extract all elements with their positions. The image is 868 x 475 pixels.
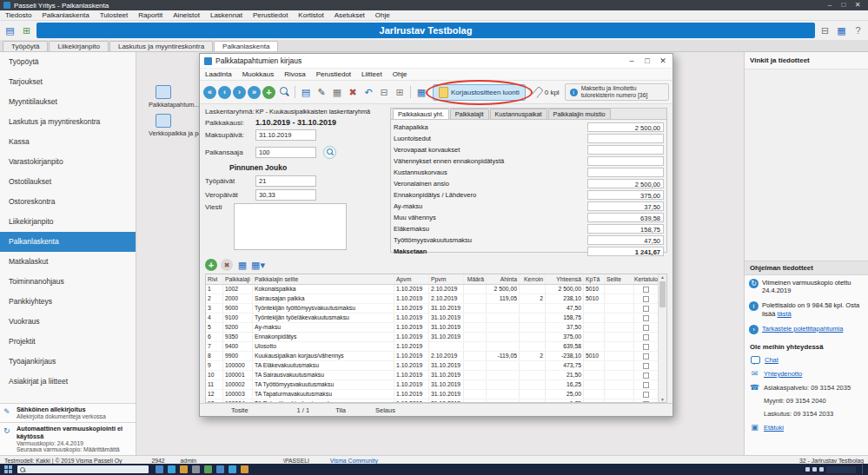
nav-last-icon[interactable]: » (248, 86, 261, 99)
kertatulo-checkbox[interactable] (643, 287, 649, 293)
backup-panel[interactable]: ↻ Automaattinen varmuuskopiointi ei käyt… (0, 422, 136, 455)
menubar-item[interactable]: Tulosteet (95, 10, 134, 20)
dialog-minimize-button[interactable]: – (624, 54, 639, 68)
table-row[interactable]: 49100Työntekijän työeläkevakuutusmaksu1.… (206, 313, 659, 323)
save-icon[interactable]: ▦ (330, 85, 344, 99)
taskbar-app-icon[interactable] (168, 465, 176, 473)
dialog-menu-item[interactable]: Rivosa (279, 69, 310, 79)
dialog-maximize-button[interactable]: □ (639, 54, 655, 68)
taskbar-app-icon[interactable] (192, 465, 200, 473)
tray-icon[interactable] (805, 467, 810, 472)
kertatulo-checkbox[interactable] (643, 363, 649, 369)
employee-search-icon[interactable] (323, 146, 336, 159)
table-row[interactable]: 69350Ennakonpidätys1.10.201931.10.201937… (206, 333, 659, 342)
table-row[interactable]: 89900Kuukausipalkan korjaus/vähennys1.10… (206, 352, 659, 361)
notice-link[interactable]: tästä (778, 310, 792, 318)
sidebar-item[interactable]: Toiminnanohjaus (0, 272, 136, 292)
kertatulo-checkbox[interactable] (643, 373, 649, 379)
table-row[interactable]: 39000Työntekijän työttömyysvakuutusmaksu… (206, 304, 659, 313)
kertatulo-checkbox[interactable] (643, 296, 649, 302)
print-preview-icon[interactable]: ⊞ (393, 85, 407, 99)
system-tray[interactable] (805, 466, 856, 473)
main-tab[interactable]: Liikekirjanpito (49, 41, 108, 51)
kertatulo-checkbox[interactable] (643, 325, 649, 331)
delete-row-icon[interactable]: ✖ (221, 259, 233, 271)
taskbar-search-input[interactable] (17, 465, 149, 473)
copy-doc-icon[interactable]: ▤ (299, 85, 313, 99)
sidebar-item[interactable]: Tarjoukset (0, 72, 136, 92)
table-scrollbar[interactable]: ▲ ▼ (658, 274, 666, 402)
print-icon[interactable]: ⊟ (377, 85, 391, 99)
sidebar-item[interactable]: Työpöytä (0, 52, 136, 72)
main-tab[interactable]: Työpöytä (3, 41, 48, 51)
menubar-item[interactable]: Raportit (133, 10, 168, 20)
kertatulo-checkbox[interactable] (643, 382, 649, 388)
sidebar-item[interactable]: Vuokraus (0, 312, 136, 332)
kertatulo-checkbox[interactable] (643, 334, 649, 340)
sidebar-item[interactable]: Palkanlaskenta (0, 232, 136, 252)
table-row[interactable]: 10100001TA Sairausvakuutusmaksu1.10.2019… (206, 371, 659, 380)
esign-panel[interactable]: ✎ Sähköinen allekirjoitus Allekirjoita d… (0, 403, 136, 422)
dialog-menu-item[interactable]: Laadinta (200, 69, 237, 79)
chat-link[interactable]: Chat (765, 356, 779, 364)
grid-view-icon[interactable]: ▦ (236, 259, 248, 271)
sidebar-item[interactable]: Myyntitilaukset (0, 92, 136, 112)
sidebar-item[interactable]: Asiakirjat ja liitteet (0, 372, 136, 392)
column-settings-icon[interactable]: ▦▾ (252, 259, 264, 271)
shortcut-icon-2[interactable]: ⊞ (20, 24, 33, 37)
table-row[interactable]: 11002Kokonaispalkka1.10.20192.10.20192 5… (206, 285, 659, 294)
kertatulo-checkbox[interactable] (643, 392, 649, 398)
sidebar-item[interactable]: Ostotilaukset (0, 172, 136, 192)
korjaustositteen-luonti-button[interactable]: Korjaustositteen luonti (433, 84, 526, 101)
paperclip-icon[interactable] (532, 86, 544, 98)
taskbar-app-icon[interactable] (156, 465, 163, 473)
table-row[interactable]: 11100002TA Työttömyysvakuutusmaksu1.10.2… (206, 380, 659, 390)
menubar-item[interactable]: Aineistot (168, 10, 205, 20)
close-button[interactable]: ✕ (851, 0, 865, 10)
nav-next-icon[interactable]: › (233, 86, 246, 99)
table-row[interactable]: 79400Ulosotto1.10.2019639,58 (206, 342, 659, 352)
menubar-item[interactable]: Perustiedot (248, 10, 293, 20)
sidebar-item[interactable]: Laskutus ja myyntireskontra (0, 112, 136, 132)
maksupaiva-input[interactable]: 31.10.2019 (255, 129, 316, 141)
undo-icon[interactable]: ↶ (361, 85, 375, 99)
scroll-up-icon[interactable]: ▲ (660, 274, 665, 280)
sidebar-item[interactable]: Kassa (0, 132, 136, 152)
visma-community-link[interactable]: Visma Community (330, 458, 378, 464)
main-tab[interactable]: Palkanlaskenta (214, 41, 278, 51)
menubar-item[interactable]: Asetukset (329, 10, 370, 20)
viesti-textarea[interactable] (234, 203, 347, 250)
sidebar-item[interactable]: Liikekirjanpito (0, 212, 136, 232)
dialog-menu-item[interactable]: Perustiedot (311, 69, 356, 79)
edit-icon[interactable]: ✎ (315, 85, 328, 99)
dialog-menu-item[interactable]: Muokkaus (237, 69, 279, 79)
table-row[interactable]: 12100003TA Tapaturmavakuutusmaksu1.10.20… (206, 390, 659, 399)
table-row[interactable]: 22000Sairausajan palkka1.10.20192.10.201… (206, 294, 659, 304)
add-row-icon[interactable]: + (205, 259, 217, 271)
dialog-close-button[interactable]: ✕ (655, 54, 671, 68)
yhteydenotto-link[interactable]: Yhteydenotto (764, 370, 802, 378)
settings-icon[interactable]: ▦ (835, 24, 848, 37)
summary-tab[interactable]: Palkkalajit (450, 109, 489, 119)
delete-icon[interactable]: ✖ (346, 85, 360, 99)
dialog-menu-item[interactable]: Liitteet (356, 69, 388, 79)
taskbar-app-icon[interactable] (204, 465, 212, 473)
menubar-item[interactable]: Palkanlaskenta (36, 10, 94, 20)
kertatulo-checkbox[interactable] (643, 344, 649, 350)
sidebar-item[interactable]: Varastokirjanpito (0, 152, 136, 172)
nav-first-icon[interactable]: « (203, 86, 216, 99)
help-icon[interactable]: ? (851, 24, 865, 37)
menubar-item[interactable]: Laskennat (205, 10, 248, 20)
tray-icon[interactable] (812, 467, 817, 472)
tray-icon[interactable] (819, 467, 824, 472)
clock-area[interactable] (826, 466, 856, 473)
palkansaaja-input[interactable]: 100 (255, 147, 316, 158)
kertatulo-checkbox[interactable] (643, 306, 649, 312)
minimize-button[interactable]: – (823, 0, 837, 10)
add-record-icon[interactable]: + (262, 86, 275, 99)
menubar-item[interactable]: Ohje (370, 10, 395, 20)
taskbar-app-icon[interactable] (229, 465, 236, 473)
taskbar-app-icon[interactable] (216, 465, 224, 473)
search-icon[interactable] (277, 85, 291, 99)
nav-prev-icon[interactable]: ‹ (218, 86, 231, 99)
